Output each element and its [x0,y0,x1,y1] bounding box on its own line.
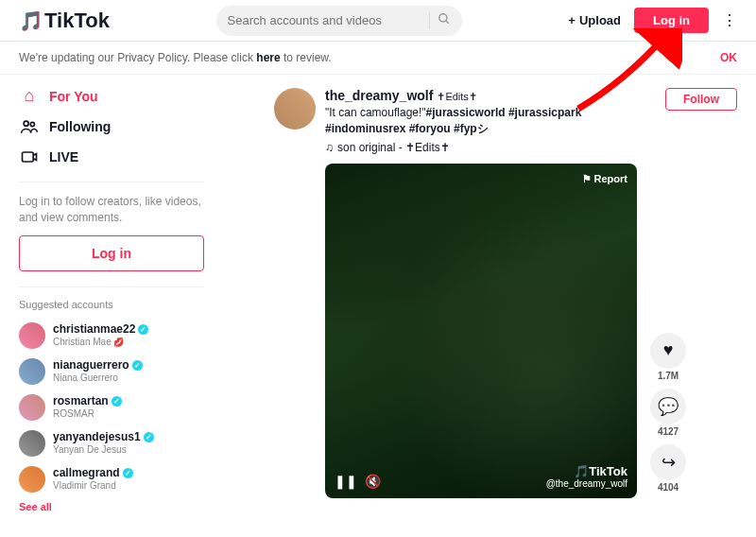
svg-point-3 [30,122,34,126]
plus-icon: + [568,13,576,27]
video-player[interactable]: ⚑Report ❚❚ 🔇 🎵TikTok @the_dreamy_wolf [325,164,637,498]
nav-following[interactable]: Following [19,112,204,142]
post-handle: ✝Edits✝ [437,91,476,102]
suggested-account[interactable]: callmegrand✓Vladimir Grand [19,461,204,497]
privacy-link[interactable]: here [256,51,280,64]
like-button[interactable]: ♥ [650,333,686,369]
avatar [19,358,45,385]
volume-icon[interactable]: 🔇 [365,474,381,489]
account-display-name: Niana Guerrero [53,372,143,384]
post-avatar[interactable] [274,88,316,130]
avatar [19,394,45,421]
suggested-account[interactable]: yanyandejesus1✓Yanyan De Jesus [19,425,204,461]
main-feed: the_dreamy_wolf✝Edits✝ "It can camouflag… [217,75,756,532]
login-button-header[interactable]: Log in [634,8,709,33]
post-caption: "It can camouflage!"#jurassicworld #jura… [325,105,656,137]
watermark: 🎵TikTok @the_dreamy_wolf [546,464,627,489]
logo[interactable]: 🎵TikTok [19,9,110,33]
account-username: rosmartan✓ [53,394,122,407]
avatar [19,466,45,493]
search-input[interactable] [228,13,425,27]
like-count: 1.7M [658,371,679,381]
suggested-account[interactable]: nianaguerrero✓Niana Guerrero [19,354,204,390]
nav-live[interactable]: LIVE [19,142,204,172]
flag-icon: ⚑ [582,173,592,185]
upload-button[interactable]: +Upload [568,13,621,27]
login-button-sidebar[interactable]: Log in [19,235,204,271]
search-box[interactable] [216,6,462,36]
more-icon[interactable]: ⋮ [722,11,737,29]
nav-for-you[interactable]: ⌂For You [19,80,204,112]
account-username: callmegrand✓ [53,466,133,479]
people-icon [19,117,40,136]
account-display-name: Yanyan De Jesus [53,444,154,456]
privacy-bar: We're updating our Privacy Policy. Pleas… [0,42,756,75]
header-actions: +Upload Log in ⋮ [568,8,737,33]
account-display-name: Vladimir Grand [53,480,133,492]
verified-icon: ✓ [112,396,122,407]
comment-count: 4127 [658,426,679,437]
post-sound[interactable]: ♫son original - ✝Edits✝ [325,141,656,154]
svg-point-0 [438,13,446,21]
svg-point-2 [24,121,28,126]
verified-icon: ✓ [132,360,143,371]
account-username: christianmae22✓ [53,322,148,336]
verified-icon: ✓ [138,324,148,335]
see-all-link[interactable]: See all [19,497,204,520]
sidebar: ⌂For You Following LIVE Log in to follow… [0,75,217,532]
share-button[interactable]: ↪ [650,444,686,480]
post-username[interactable]: the_dreamy_wolf [325,88,433,103]
comment-button[interactable]: 💬 [650,389,686,424]
avatar [19,322,45,349]
account-display-name: Christian Mae 💋 [53,337,148,348]
live-icon [19,147,40,166]
follow-button[interactable]: Follow [665,88,737,111]
suggested-account[interactable]: christianmae22✓Christian Mae 💋 [19,318,204,354]
privacy-ok-button[interactable]: OK [720,51,737,64]
home-icon: ⌂ [19,86,40,106]
post-header: the_dreamy_wolf✝Edits✝ "It can camouflag… [274,88,737,154]
logo-note-icon: 🎵 [19,9,43,32]
account-username: nianaguerrero✓ [53,358,143,372]
verified-icon: ✓ [144,432,154,442]
share-count: 4104 [658,482,679,493]
search-icon[interactable] [429,12,451,29]
login-message: Log in to follow creators, like videos, … [19,182,204,235]
search-wrap [110,6,568,36]
verified-icon: ✓ [123,468,133,478]
privacy-text: We're updating our Privacy Policy. Pleas… [19,51,332,64]
avatar [19,430,45,457]
pause-icon[interactable]: ❚❚ [335,474,357,489]
suggested-account[interactable]: rosmartan✓ROSMAR [19,390,204,425]
svg-rect-4 [23,152,34,162]
account-display-name: ROSMAR [53,408,122,420]
svg-line-1 [445,20,448,23]
post-actions: ♥1.7M 💬4127 ↪4104 [650,333,686,498]
header: 🎵TikTok +Upload Log in ⋮ [0,0,756,42]
account-username: yanyandejesus1✓ [53,430,154,443]
music-icon: ♫ [325,141,334,154]
suggested-title: Suggested accounts [19,286,204,310]
report-button[interactable]: ⚑Report [582,173,627,185]
